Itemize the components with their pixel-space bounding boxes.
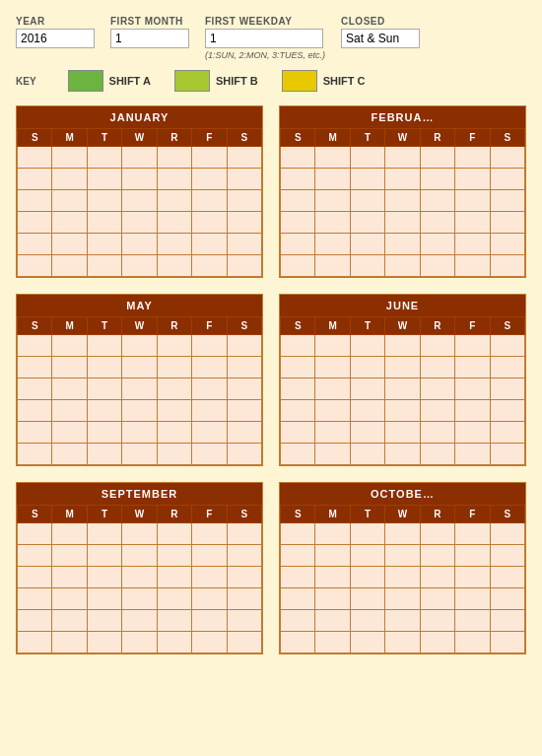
table-row xyxy=(281,523,315,545)
col-thu: R xyxy=(420,506,454,523)
table-row xyxy=(420,444,454,465)
table-row xyxy=(385,234,420,255)
table-row xyxy=(350,357,384,378)
year-label: YEAR xyxy=(16,16,95,27)
table-row xyxy=(455,545,490,567)
table-row xyxy=(490,400,524,422)
table-row xyxy=(18,422,52,444)
col-mon: M xyxy=(315,129,350,147)
table-row xyxy=(385,632,420,653)
table-row xyxy=(490,169,524,190)
table-row xyxy=(350,422,384,444)
table-row xyxy=(385,212,420,234)
table-row xyxy=(420,588,454,610)
table-row xyxy=(52,190,87,212)
table-row xyxy=(157,234,191,255)
table-row xyxy=(18,255,52,277)
col-sun: S xyxy=(281,317,315,335)
col-mon: M xyxy=(52,506,87,523)
table-row xyxy=(385,567,420,588)
table-row xyxy=(227,234,261,255)
table-row xyxy=(18,212,52,234)
table-row xyxy=(87,190,121,212)
col-sat: S xyxy=(490,129,524,147)
col-mon: M xyxy=(52,317,87,335)
table-row xyxy=(420,422,454,444)
table-row xyxy=(122,234,157,255)
calendar-september-table: S M T W R F S xyxy=(17,505,262,653)
table-row xyxy=(157,567,191,588)
table-row xyxy=(350,523,384,545)
table-row xyxy=(281,190,315,212)
first-weekday-label: FIRST WEEKDAY xyxy=(205,16,325,27)
key-section: KEY SHIFT A SHIFT B SHIFT C xyxy=(16,70,526,92)
table-row xyxy=(157,400,191,422)
table-row xyxy=(281,234,315,255)
table-row xyxy=(490,610,524,632)
table-row xyxy=(490,545,524,567)
table-row xyxy=(315,335,350,357)
col-sat: S xyxy=(227,317,261,335)
table-row xyxy=(385,588,420,610)
table-row xyxy=(315,147,350,169)
table-row xyxy=(192,422,227,444)
year-input[interactable] xyxy=(16,29,95,48)
table-row xyxy=(122,588,157,610)
calendar-october: OCTOBE… S M T W R F S xyxy=(279,482,526,654)
table-row xyxy=(455,400,490,422)
col-sun: S xyxy=(281,506,315,523)
first-month-field: FIRST MONTH xyxy=(110,16,189,60)
calendar-february-header: FEBRUA… xyxy=(280,106,525,128)
table-row xyxy=(227,190,261,212)
table-row xyxy=(315,378,350,400)
table-row xyxy=(192,400,227,422)
table-row xyxy=(18,523,52,545)
col-fri: F xyxy=(455,506,490,523)
closed-field: CLOSED xyxy=(341,16,420,60)
first-weekday-input[interactable] xyxy=(205,29,323,48)
table-row xyxy=(52,632,87,653)
table-row xyxy=(192,357,227,378)
table-row xyxy=(157,335,191,357)
table-row xyxy=(52,422,87,444)
table-row xyxy=(420,335,454,357)
col-fri: F xyxy=(455,129,490,147)
closed-input[interactable] xyxy=(341,29,420,48)
table-row xyxy=(281,255,315,277)
table-row xyxy=(157,147,191,169)
table-row xyxy=(192,378,227,400)
table-row xyxy=(490,422,524,444)
col-sat: S xyxy=(227,506,261,523)
col-fri: F xyxy=(192,506,227,523)
first-month-input[interactable] xyxy=(110,29,189,48)
table-row xyxy=(455,610,490,632)
table-row xyxy=(420,545,454,567)
table-row xyxy=(52,335,87,357)
table-row xyxy=(192,610,227,632)
table-row xyxy=(52,378,87,400)
table-row xyxy=(192,255,227,277)
table-row xyxy=(122,255,157,277)
table-row xyxy=(420,523,454,545)
table-row xyxy=(350,567,384,588)
table-row xyxy=(385,147,420,169)
calendar-february: FEBRUA… S M T W R F S xyxy=(279,105,526,278)
col-mon: M xyxy=(52,129,87,147)
table-row xyxy=(87,444,121,465)
table-row xyxy=(227,335,261,357)
col-sun: S xyxy=(281,129,315,147)
table-row xyxy=(157,610,191,632)
table-row xyxy=(490,444,524,465)
table-row xyxy=(87,610,121,632)
table-row xyxy=(385,545,420,567)
calendar-may-table: S M T W R F S xyxy=(17,316,262,465)
table-row xyxy=(455,567,490,588)
first-month-label: FIRST MONTH xyxy=(110,16,189,27)
shift-c-label: SHIFT C xyxy=(323,75,366,87)
col-thu: R xyxy=(157,506,191,523)
table-row xyxy=(281,610,315,632)
table-row xyxy=(157,357,191,378)
table-row xyxy=(122,357,157,378)
table-row xyxy=(157,545,191,567)
table-row xyxy=(122,567,157,588)
